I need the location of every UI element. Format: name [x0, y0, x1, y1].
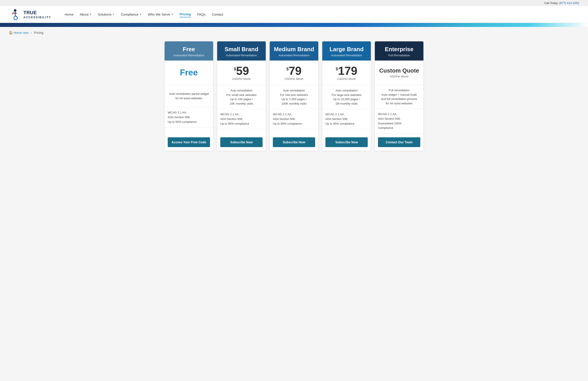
pricing-card-large: Large Brand Automated Remediation $ 179 …	[322, 41, 371, 151]
card-compliance: WCAG 2.1 AA,ADA Section 508,Up to 95% co…	[217, 109, 266, 129]
card-description: Auto remediation partial widget for All …	[165, 85, 213, 107]
breadcrumb-home-icon: 🏠	[9, 31, 13, 35]
phone-link[interactable]: (877) 414-1052	[559, 1, 579, 5]
price-period: USD/Per Month	[390, 75, 408, 78]
price-dollar: $	[336, 67, 338, 71]
plan-name: Large Brand	[326, 46, 367, 53]
cta-button-medium[interactable]: Subscribe Now	[273, 137, 315, 147]
card-footer: Subscribe Now	[322, 134, 371, 151]
svg-point-4	[14, 16, 17, 20]
card-price: $ 59 USD/Per Month	[217, 60, 266, 85]
compliance-arrow: ▼	[139, 13, 142, 16]
breadcrumb-current: Pricing	[34, 31, 43, 35]
breadcrumb-home-link[interactable]: Home new	[14, 31, 28, 35]
plan-type: Automated Remediation	[326, 54, 367, 57]
logo-area: TRUE ACCESSIBILITY	[9, 8, 51, 20]
cta-button-small[interactable]: Subscribe Now	[220, 137, 263, 147]
price-amount: $ 79	[286, 65, 302, 77]
cta-button-enterprise[interactable]: Contact Our Team	[378, 137, 420, 147]
nav-about[interactable]: About ▼	[80, 12, 92, 17]
pricing-grid: Free Automated Remediation Free Auto rem…	[7, 41, 581, 151]
nav-pricing[interactable]: Pricing	[180, 11, 191, 17]
price-number: 59	[236, 65, 249, 77]
card-header: Free Automated Remediation	[165, 41, 213, 60]
nav-faqs[interactable]: FAQs	[197, 12, 206, 17]
card-price: $ 79 USD/Per Month	[270, 60, 318, 85]
card-compliance: WCAG 2.1 AA,ADA Section 508,Guaranteed 1…	[375, 109, 423, 134]
card-footer: Subscribe Now	[217, 134, 266, 151]
price-value: Free	[180, 68, 198, 78]
plan-name: Free	[168, 46, 210, 53]
card-description: Auto remediationFor large-size websitesU…	[322, 85, 371, 109]
plan-name: Enterprise	[378, 46, 420, 53]
plan-type: Full Remediation	[378, 54, 420, 57]
pricing-card-free: Free Automated Remediation Free Auto rem…	[164, 41, 213, 151]
breadcrumb-separator: ›	[31, 31, 32, 35]
card-price: Custom Quote USD/Per Month	[375, 60, 423, 85]
price-period: USD/Per Month	[337, 78, 356, 80]
card-price: $ 179 USD/Per Month	[322, 60, 371, 85]
solutions-arrow: ▼	[112, 13, 115, 16]
logo-accessibility: ACCESSIBILITY	[23, 16, 51, 19]
header: TRUE ACCESSIBILITY Home About ▼ Solution…	[0, 6, 588, 23]
price-amount: $ 59	[234, 65, 249, 77]
card-compliance: WCAG 2.1 AA,ADA Section 508,Up to 95% co…	[322, 109, 371, 129]
call-label: Call Today:	[544, 1, 558, 5]
hero-bar	[0, 23, 588, 27]
nav-home[interactable]: Home	[64, 12, 74, 17]
cta-button-large[interactable]: Subscribe Now	[325, 137, 368, 147]
price-dollar: $	[286, 67, 289, 71]
pricing-card-medium: Medium Brand Automated Remediation $ 79 …	[270, 41, 318, 151]
plan-type: Automated Remediation	[273, 54, 315, 57]
price-dollar: $	[234, 67, 236, 71]
plan-type: Automated Remediation	[221, 54, 262, 57]
pricing-section: Free Automated Remediation Free Auto rem…	[0, 37, 588, 160]
price-period: USD/Per Month	[232, 78, 251, 80]
card-compliance: WCAG 2.1 AA,ADA Section 508,Up to 50% co…	[165, 107, 213, 127]
nav-compliance[interactable]: Compliance ▼	[121, 12, 142, 17]
card-header: Small Brand Automated Remediation	[217, 41, 266, 60]
card-footer: Subscribe Now	[270, 134, 318, 151]
price-period: USD/Per Month	[285, 78, 303, 80]
card-description: Auto remediationFor mid-size websitesUp …	[270, 85, 318, 109]
card-header: Medium Brand Automated Remediation	[270, 41, 318, 60]
svg-point-0	[14, 9, 17, 12]
price-number: 79	[289, 65, 302, 77]
logo-true: TRUE	[23, 10, 51, 16]
who-we-serve-arrow: ▼	[171, 13, 173, 16]
breadcrumb: 🏠 Home new › Pricing	[0, 27, 588, 37]
price-amount: $ 179	[336, 65, 357, 77]
price-custom: Custom Quote	[379, 67, 419, 74]
card-description: Full remediationAuto widget + manual Aud…	[375, 85, 423, 109]
card-header: Large Brand Automated Remediation	[322, 41, 371, 60]
card-footer: Contact Our Team	[375, 134, 423, 151]
top-bar: Call Today: (877) 414-1052	[0, 0, 588, 6]
plan-type: Automated Remediation	[168, 54, 210, 57]
card-price: Free	[165, 60, 213, 85]
price-number: 179	[338, 65, 357, 77]
svg-line-5	[12, 12, 13, 15]
card-header: Enterprise Full Remediation	[375, 41, 423, 60]
logo-text: TRUE ACCESSIBILITY	[23, 10, 51, 19]
plan-name: Medium Brand	[273, 46, 315, 53]
nav-contact[interactable]: Contact	[212, 12, 223, 17]
card-compliance: WCAG 2.1 AA,ADA Section 508,Up to 95% co…	[270, 109, 318, 129]
logo-icon	[9, 8, 21, 20]
pricing-card-small: Small Brand Automated Remediation $ 59 U…	[217, 41, 266, 151]
main-nav: Home About ▼ Solutions ▼ Compliance ▼ Wh…	[64, 11, 223, 17]
plan-name: Small Brand	[221, 46, 262, 53]
card-footer: Access Your Free Code	[165, 134, 213, 151]
nav-solutions[interactable]: Solutions ▼	[98, 12, 115, 17]
pricing-card-enterprise: Enterprise Full Remediation Custom Quote…	[375, 41, 424, 151]
nav-who-we-serve[interactable]: Who We Serve ▼	[148, 12, 173, 17]
about-arrow: ▼	[89, 13, 92, 16]
cta-button-free[interactable]: Access Your Free Code	[168, 137, 210, 147]
card-description: Auto remediationFor small-size websitesU…	[217, 85, 266, 109]
